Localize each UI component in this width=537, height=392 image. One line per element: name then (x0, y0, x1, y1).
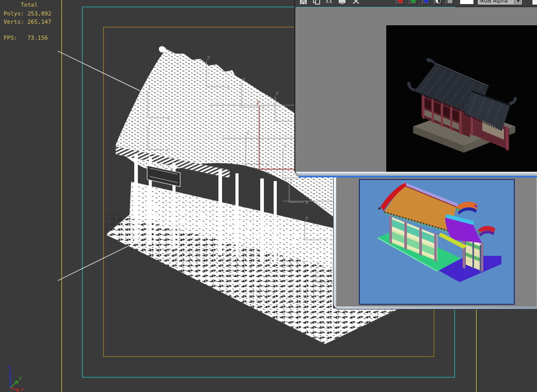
svg-text:y: y (275, 90, 279, 95)
svg-text:y: y (256, 99, 261, 105)
blue-channel-button[interactable] (422, 0, 430, 5)
svg-text:x: x (305, 200, 308, 205)
rendered-image[interactable] (386, 25, 537, 176)
x-axis-label: x (21, 386, 24, 391)
stats-verts-label: Verts: (4, 19, 24, 25)
svg-text:x: x (167, 115, 170, 120)
preview-image-panel[interactable] (359, 179, 515, 305)
background-color-swatch[interactable] (460, 0, 474, 5)
wireframe-columns (134, 154, 277, 263)
wireframe-window-opening (147, 166, 180, 187)
svg-text:x: x (262, 105, 265, 110)
preview-window[interactable] (333, 174, 537, 309)
svg-text:y: y (148, 120, 152, 125)
svg-text:y: y (246, 130, 250, 135)
render-window-body (295, 7, 537, 173)
channel-dropdown-value: RGB Alpha (480, 0, 508, 4)
svg-text:y: y (148, 85, 152, 90)
preview-window-frame (336, 177, 536, 306)
stats-fps-label: FPS: (4, 35, 18, 41)
render-toolbar: RGB Alpha ▼ (295, 0, 537, 7)
svg-text:x: x (166, 147, 169, 152)
render-window-bottom-border (295, 172, 537, 176)
svg-text:y: y (305, 215, 309, 220)
stats-verts-value: 265,147 (27, 19, 51, 25)
chevron-down-icon: ▼ (514, 0, 522, 4)
z-axis-label: z (8, 364, 11, 369)
wireframe-eave-tip (159, 46, 166, 52)
green-channel-button[interactable] (409, 0, 417, 5)
svg-text:y: y (207, 55, 211, 60)
stats-fps-value: 73.156 (27, 35, 48, 41)
wireframe-beams (132, 202, 298, 243)
blue-channel-icon (424, 0, 429, 3)
selected-pivot-axis: y (256, 99, 296, 169)
rendered-frame-window[interactable]: RGB Alpha ▼ (294, 0, 537, 176)
construction-lines (58, 51, 155, 281)
red-channel-button[interactable] (396, 0, 404, 5)
red-channel-icon (398, 0, 403, 3)
svg-text:y: y (283, 143, 287, 148)
monochrome-button[interactable] (446, 0, 454, 5)
svg-text:x: x (265, 161, 268, 167)
stats-total-label: Total (21, 2, 38, 8)
svg-text:y: y (289, 178, 293, 184)
rendered-temple-image (386, 25, 537, 176)
max-viewport-screenshot: y x y x y x y x y x y x y x y x (0, 0, 537, 392)
stats-polys-value: 253,092 (27, 11, 51, 17)
clear-icon[interactable] (352, 0, 360, 5)
save-image-icon[interactable] (299, 0, 307, 5)
monochrome-icon (448, 0, 452, 3)
stats-polys-label: Polys: (4, 11, 24, 17)
alpha-channel-icon (435, 0, 441, 4)
alpha-channel-button[interactable] (434, 0, 442, 5)
svg-text:y: y (242, 76, 246, 81)
print-image-icon[interactable] (338, 0, 346, 5)
svg-text:y: y (316, 261, 320, 266)
viewport-statistics: Total Polys: 253,092 Verts: 265,147 FPS:… (0, 0, 14, 51)
svg-text:x: x (324, 237, 327, 242)
green-channel-icon (411, 0, 416, 3)
channel-display-dropdown[interactable]: RGB Alpha ▼ (477, 0, 523, 5)
clipped-toolbar-button[interactable] (532, 0, 537, 5)
color-id-temple-image (360, 180, 514, 304)
world-axis-tripod: z y x (8, 364, 24, 391)
y-axis-label: y (18, 375, 22, 381)
copy-image-icon[interactable] (312, 0, 320, 5)
clone-window-icon[interactable] (325, 0, 333, 5)
svg-text:x: x (227, 84, 230, 89)
